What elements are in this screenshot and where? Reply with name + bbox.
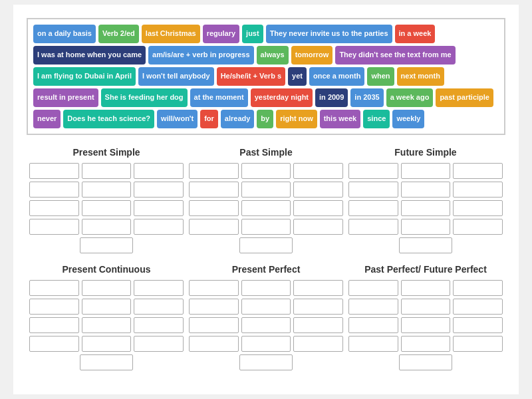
drop-box[interactable] — [293, 280, 343, 296]
drop-box[interactable] — [399, 237, 452, 253]
drop-box[interactable] — [189, 336, 239, 352]
drop-box[interactable] — [239, 354, 293, 370]
drop-box[interactable] — [29, 200, 79, 216]
word-tile[interactable]: just — [242, 25, 263, 43]
word-tile[interactable]: always — [257, 46, 289, 65]
drop-box[interactable] — [401, 163, 451, 179]
word-tile[interactable]: past participle — [436, 88, 493, 107]
drop-box[interactable] — [348, 163, 398, 179]
drop-box[interactable] — [401, 182, 451, 198]
word-tile[interactable]: Verb 2/ed — [98, 25, 139, 43]
drop-box[interactable] — [189, 280, 239, 296]
word-tile[interactable]: am/is/are + verb in progress — [148, 46, 253, 65]
drop-box[interactable] — [29, 163, 79, 179]
drop-box[interactable] — [293, 163, 343, 179]
drop-box[interactable] — [134, 182, 184, 198]
drop-box[interactable] — [189, 317, 239, 333]
drop-box[interactable] — [453, 200, 503, 216]
drop-box[interactable] — [29, 336, 79, 352]
word-tile[interactable]: I am flying to Dubai in April — [33, 67, 136, 86]
drop-box[interactable] — [293, 182, 343, 198]
word-tile[interactable]: already — [221, 110, 255, 128]
word-tile[interactable]: They never invite us to the parties — [266, 25, 392, 43]
drop-box[interactable] — [453, 299, 503, 315]
drop-box[interactable] — [29, 317, 79, 333]
drop-box[interactable] — [293, 219, 343, 235]
word-tile[interactable]: yesterday night — [251, 88, 313, 107]
drop-box[interactable] — [82, 280, 132, 296]
word-tile[interactable]: result in present — [33, 88, 98, 107]
word-tile[interactable]: a week ago — [386, 88, 434, 107]
drop-box[interactable] — [348, 200, 398, 216]
drop-box[interactable] — [29, 182, 79, 198]
drop-box[interactable] — [348, 299, 398, 315]
drop-box[interactable] — [80, 237, 133, 253]
drop-box[interactable] — [453, 219, 503, 235]
word-tile[interactable]: tomorrow — [291, 46, 333, 65]
drop-box[interactable] — [401, 317, 451, 333]
drop-box[interactable] — [82, 299, 132, 315]
drop-box[interactable] — [82, 163, 132, 179]
word-tile[interactable]: once a month — [309, 67, 365, 86]
drop-box[interactable] — [189, 163, 239, 179]
word-tile[interactable]: yet — [288, 67, 307, 86]
drop-box[interactable] — [348, 317, 398, 333]
drop-box[interactable] — [401, 200, 451, 216]
drop-box[interactable] — [82, 336, 132, 352]
word-tile[interactable]: this week — [320, 110, 361, 128]
word-tile[interactable]: by — [257, 110, 273, 128]
drop-box[interactable] — [401, 299, 451, 315]
drop-box[interactable] — [241, 336, 291, 352]
drop-box[interactable] — [189, 299, 239, 315]
drop-box[interactable] — [401, 280, 451, 296]
drop-box[interactable] — [241, 299, 291, 315]
word-tile[interactable]: next month — [397, 67, 444, 86]
drop-box[interactable] — [453, 280, 503, 296]
drop-box[interactable] — [241, 317, 291, 333]
drop-box[interactable] — [453, 317, 503, 333]
drop-box[interactable] — [293, 317, 343, 333]
drop-box[interactable] — [293, 299, 343, 315]
drop-box[interactable] — [293, 336, 343, 352]
drop-box[interactable] — [239, 237, 293, 253]
drop-box[interactable] — [134, 219, 184, 235]
drop-box[interactable] — [189, 182, 239, 198]
drop-box[interactable] — [453, 336, 503, 352]
drop-box[interactable] — [29, 299, 79, 315]
word-tile[interactable]: I won't tell anybody — [138, 67, 214, 86]
word-tile[interactable]: in 2035 — [350, 88, 383, 107]
word-tile[interactable]: regulary — [203, 25, 239, 43]
word-tile[interactable]: weekly — [392, 110, 424, 128]
drop-box[interactable] — [453, 182, 503, 198]
drop-box[interactable] — [80, 354, 133, 370]
drop-box[interactable] — [399, 354, 452, 370]
word-tile[interactable]: at the moment — [190, 88, 248, 107]
word-tile[interactable]: for — [200, 110, 218, 128]
drop-box[interactable] — [134, 336, 184, 352]
word-tile[interactable]: on a daily basis — [33, 25, 96, 43]
drop-box[interactable] — [134, 200, 184, 216]
drop-box[interactable] — [134, 280, 184, 296]
word-tile[interactable]: since — [363, 110, 390, 128]
word-tile[interactable]: He/she/it + Verb s — [217, 67, 285, 86]
word-tile[interactable]: Does he teach science? — [63, 110, 154, 128]
drop-box[interactable] — [348, 280, 398, 296]
word-tile[interactable]: I was at home when you came — [33, 46, 146, 65]
word-tile[interactable]: will/won't — [157, 110, 198, 128]
drop-box[interactable] — [29, 280, 79, 296]
drop-box[interactable] — [293, 200, 343, 216]
drop-box[interactable] — [134, 299, 184, 315]
drop-box[interactable] — [453, 163, 503, 179]
drop-box[interactable] — [241, 182, 291, 198]
word-tile[interactable]: They didn't see the text from me — [335, 46, 455, 65]
drop-box[interactable] — [189, 219, 239, 235]
drop-box[interactable] — [82, 200, 132, 216]
word-tile[interactable]: when — [367, 67, 394, 86]
drop-box[interactable] — [401, 219, 451, 235]
drop-box[interactable] — [82, 317, 132, 333]
drop-box[interactable] — [134, 317, 184, 333]
word-tile[interactable]: never — [33, 110, 61, 128]
drop-box[interactable] — [82, 219, 132, 235]
drop-box[interactable] — [241, 219, 291, 235]
drop-box[interactable] — [348, 336, 398, 352]
